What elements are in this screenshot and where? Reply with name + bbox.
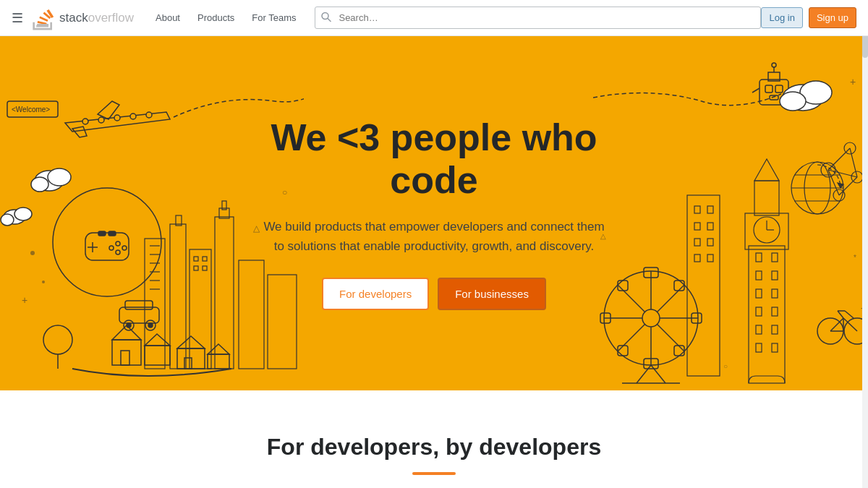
svg-rect-47 <box>125 301 153 309</box>
svg-rect-52 <box>112 340 141 365</box>
svg-rect-120 <box>772 343 778 352</box>
nav-links: About Products For Teams <box>148 8 303 27</box>
svg-rect-34 <box>170 224 186 369</box>
svg-rect-126 <box>694 239 700 246</box>
svg-point-51 <box>148 323 153 328</box>
svg-rect-38 <box>203 257 207 261</box>
svg-text:+: + <box>22 294 27 306</box>
svg-rect-41 <box>215 217 234 369</box>
svg-line-76 <box>752 88 760 93</box>
svg-rect-25 <box>98 231 106 236</box>
section-divider <box>412 472 456 475</box>
svg-rect-70 <box>765 85 773 93</box>
svg-line-153 <box>845 311 854 318</box>
svg-rect-97 <box>618 346 628 356</box>
svg-rect-96 <box>674 281 684 291</box>
svg-rect-71 <box>775 85 783 93</box>
svg-text:○: ○ <box>723 362 728 370</box>
svg-rect-116 <box>772 307 778 316</box>
svg-rect-27 <box>145 239 165 369</box>
svg-rect-129 <box>707 254 713 262</box>
hero-subtitle: We build products that empower developer… <box>260 217 608 256</box>
svg-rect-98 <box>674 346 684 356</box>
svg-rect-122 <box>694 206 700 213</box>
svg-rect-102 <box>749 246 785 383</box>
for-businesses-button[interactable]: For businesses <box>438 278 546 310</box>
login-button[interactable]: Log in <box>761 7 802 28</box>
svg-rect-109 <box>756 253 762 262</box>
svg-point-62 <box>43 325 72 354</box>
svg-point-6 <box>82 119 88 124</box>
svg-rect-113 <box>756 289 762 298</box>
nav-for-teams[interactable]: For Teams <box>244 8 303 27</box>
svg-point-12 <box>48 168 71 186</box>
svg-point-65 <box>42 281 45 283</box>
nav-actions: Log in Sign up <box>761 7 856 28</box>
svg-line-151 <box>838 311 843 318</box>
svg-point-64 <box>30 251 35 255</box>
svg-point-10 <box>146 112 152 118</box>
svg-rect-123 <box>707 206 713 213</box>
svg-rect-115 <box>756 307 762 316</box>
hero-illustration-left: <Welcome> <box>0 36 304 390</box>
svg-rect-110 <box>772 253 778 262</box>
svg-rect-104 <box>754 181 779 215</box>
hero-content: We <3 people who code We build products … <box>260 116 608 311</box>
svg-rect-37 <box>194 257 198 261</box>
svg-marker-56 <box>145 334 170 346</box>
hero-illustration-right: + △ * - ○ <box>593 36 868 390</box>
hero-section: <Welcome> <box>0 36 868 390</box>
svg-line-87 <box>618 285 645 312</box>
scrollbar[interactable] <box>862 0 868 488</box>
svg-text:*: * <box>854 254 856 262</box>
svg-point-21 <box>116 241 120 246</box>
svg-rect-127 <box>707 239 713 246</box>
svg-point-22 <box>122 246 127 250</box>
site-logo[interactable]: stackoverflow <box>32 5 134 31</box>
svg-point-8 <box>114 115 120 121</box>
svg-rect-114 <box>772 289 778 298</box>
svg-point-13 <box>31 177 48 192</box>
hero-buttons: For developers For businesses <box>260 278 608 310</box>
search-input[interactable] <box>315 7 761 29</box>
logo-text: stackoverflow <box>59 11 134 25</box>
nav-about[interactable]: About <box>148 8 187 27</box>
svg-rect-54 <box>121 351 129 365</box>
svg-rect-1 <box>37 24 48 26</box>
svg-rect-125 <box>707 223 713 230</box>
svg-rect-124 <box>694 223 700 230</box>
svg-marker-58 <box>177 336 205 348</box>
svg-text:+: + <box>850 76 856 87</box>
svg-rect-57 <box>177 348 205 369</box>
svg-rect-36 <box>190 249 211 369</box>
svg-rect-119 <box>756 343 762 352</box>
svg-point-7 <box>98 117 104 123</box>
svg-line-88 <box>657 324 684 351</box>
hero-title: We <3 people who code <box>260 116 608 203</box>
nav-products[interactable]: Products <box>190 8 242 27</box>
svg-rect-111 <box>756 271 762 280</box>
stackoverflow-logo-icon <box>32 5 55 31</box>
svg-point-24 <box>116 250 120 254</box>
svg-text:<Welcome>: <Welcome> <box>12 106 50 114</box>
svg-rect-118 <box>772 325 778 334</box>
svg-point-15 <box>14 207 32 221</box>
svg-rect-55 <box>145 346 170 365</box>
svg-marker-53 <box>112 325 141 340</box>
hamburger-menu[interactable]: ☰ <box>12 10 23 26</box>
svg-point-23 <box>109 246 114 250</box>
svg-text:△: △ <box>253 223 260 234</box>
svg-rect-40 <box>203 266 207 270</box>
below-hero-section: For developers, by developers Stack Over… <box>0 390 868 488</box>
svg-line-134 <box>828 148 850 170</box>
svg-line-89 <box>657 285 684 312</box>
svg-line-90 <box>618 324 645 351</box>
svg-rect-117 <box>756 325 762 334</box>
for-developers-button[interactable]: For developers <box>322 278 429 310</box>
svg-rect-72 <box>770 95 778 100</box>
signup-button[interactable]: Sign up <box>809 7 856 28</box>
search-icon <box>321 12 331 24</box>
svg-rect-95 <box>618 281 628 291</box>
svg-rect-112 <box>772 271 778 280</box>
svg-rect-103 <box>745 213 788 249</box>
